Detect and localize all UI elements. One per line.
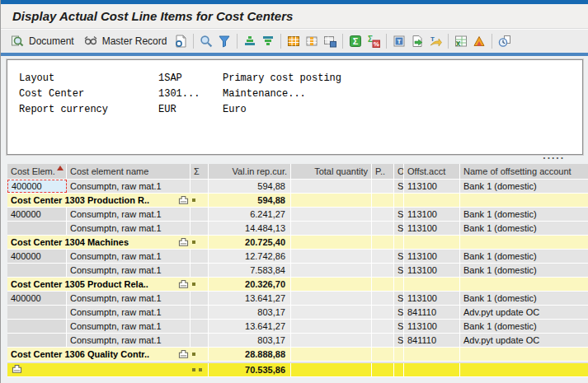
master-record-button[interactable]: Master Record [79,32,172,50]
cost-element-cell[interactable] [7,264,67,277]
collapse-node-icon[interactable] [178,349,189,359]
offsetting-account-cell[interactable]: 113100 [404,264,460,277]
grand-total-label-cell[interactable] [7,363,209,376]
sort-descending-icon[interactable] [261,34,275,49]
cost-element-name-cell[interactable]: Consumptn, raw mat.1 [67,334,191,347]
offsetting-account-cell[interactable]: 113100 [404,320,460,333]
column-header-2[interactable]: Cost element name [67,164,191,179]
grand-total-value-cell[interactable]: 70.535,86 [209,363,291,376]
offsetting-account-name-cell[interactable]: Bank 1 (domestic) [460,292,588,305]
cost-element-name-cell[interactable]: Consumptn, raw mat.1 [67,250,191,263]
table-row[interactable]: 400000Consumptn, raw mat.1594,88S113100B… [7,180,588,194]
debit-credit-indicator-cell[interactable]: S [394,222,404,235]
send-mail-icon[interactable]: T [428,34,443,49]
cost-element-cell[interactable]: 400000 [7,208,67,221]
collapse-node-icon[interactable] [178,237,189,247]
debit-credit-indicator-cell[interactable]: S [394,250,404,263]
subtotal-label-cell[interactable]: Cost Center 1304 Machines [7,236,209,249]
offsetting-account-name-cell[interactable]: Bank 1 (domestic) [460,250,588,263]
cost-element-cell[interactable] [7,334,67,347]
debit-credit-indicator-cell[interactable]: S [394,306,404,319]
offsetting-account-cell[interactable]: 841110 [404,334,460,347]
value-in-report-currency-cell[interactable]: 13.641,27 [209,292,291,305]
graphic-icon[interactable] [497,34,512,49]
cost-element-name-cell[interactable]: Consumptn, raw mat.1 [67,292,191,305]
value-in-report-currency-cell[interactable]: 594,88 [209,180,291,193]
save-layout-icon[interactable] [322,34,337,49]
cost-element-cell[interactable] [7,320,67,333]
table-row[interactable]: Consumptn, raw mat.17.583,84S113100Bank … [7,264,588,278]
column-header-6[interactable]: P.. [372,164,394,179]
collapse-node-icon[interactable] [178,195,189,205]
debit-credit-indicator-cell[interactable]: S [394,292,404,305]
cost-element-cell[interactable]: 400000 [7,250,67,263]
table-row[interactable]: Consumptn, raw mat.1803,17S841110Adv.pyt… [7,334,588,348]
filter-icon[interactable] [217,34,232,49]
subtotal-label-cell[interactable]: Cost Center 1305 Product Rela.. [7,278,209,291]
cost-element-name-cell[interactable]: Consumptn, raw mat.1 [67,208,191,221]
column-header-7[interactable]: O [394,164,404,179]
cost-element-name-cell[interactable]: Consumptn, raw mat.1 [67,180,191,193]
cost-element-name-cell[interactable]: Consumptn, raw mat.1 [67,306,191,319]
column-header-1[interactable]: Cost Elem. [7,164,67,179]
value-in-report-currency-cell[interactable]: 14.484,13 [209,222,291,235]
value-in-report-currency-cell[interactable]: 6.241,27 [209,208,291,221]
debit-credit-indicator-cell[interactable]: S [394,320,404,333]
collapse-node-icon[interactable] [12,364,22,374]
debit-credit-indicator-cell[interactable]: S [394,334,404,347]
cost-element-name-cell[interactable]: Consumptn, raw mat.1 [67,320,191,333]
table-row[interactable]: 400000Consumptn, raw mat.16.241,27S11310… [7,208,588,222]
local-file-icon[interactable] [410,34,425,49]
choose-layout-icon[interactable] [286,34,301,49]
find-icon[interactable] [199,34,214,49]
offsetting-account-name-cell[interactable]: Bank 1 (domestic) [460,264,588,277]
cost-element-cell[interactable]: 400000 [7,180,67,193]
offsetting-account-cell[interactable]: 113100 [404,208,460,221]
value-in-report-currency-cell[interactable]: 7.583,84 [209,264,291,277]
offsetting-account-cell[interactable]: 841110 [404,306,460,319]
subtotal-row[interactable]: Cost Center 1305 Product Rela..20.326,70 [7,278,588,292]
cost-element-cell[interactable] [7,222,67,235]
change-layout-icon[interactable] [304,34,319,49]
abc-analysis-icon[interactable] [472,34,487,49]
table-row[interactable]: 400000Consumptn, raw mat.112.742,86S1131… [7,250,588,264]
display-document-icon[interactable] [173,34,188,49]
debit-credit-indicator-cell[interactable]: S [394,208,404,221]
column-header-5[interactable]: Total quantity [291,164,372,179]
table-row[interactable]: Consumptn, raw mat.114.484,13S113100Bank… [7,222,588,236]
subtotal-row[interactable]: Cost Center 1303 Production R..594,88 [7,194,588,208]
value-in-report-currency-cell[interactable]: 803,17 [209,334,291,347]
offsetting-account-cell[interactable]: 113100 [404,250,460,263]
subtotal-value-cell[interactable]: 594,88 [209,194,291,207]
offsetting-account-name-cell[interactable]: Adv.pyt update OC [460,334,588,347]
document-button[interactable]: Document [6,32,79,50]
value-in-report-currency-cell[interactable]: 13.641,27 [209,320,291,333]
offsetting-account-name-cell[interactable]: Bank 1 (domestic) [460,208,588,221]
column-header-3[interactable]: Σ [191,164,209,179]
offsetting-account-cell[interactable]: 113100 [404,180,460,193]
offsetting-account-name-cell[interactable]: Adv.pyt update OC [460,306,588,319]
subtotal-value-cell[interactable]: 20.725,40 [209,236,291,249]
subtotal-value-cell[interactable]: 28.888,88 [209,348,291,361]
subtotal-row[interactable]: Cost Center 1304 Machines20.725,40 [7,236,588,250]
debit-credit-indicator-cell[interactable]: S [394,180,404,193]
table-row[interactable]: Consumptn, raw mat.113.641,27S113100Bank… [7,320,588,334]
value-in-report-currency-cell[interactable]: 12.742,86 [209,250,291,263]
debit-credit-indicator-cell[interactable]: S [394,264,404,277]
offsetting-account-cell[interactable]: 113100 [404,292,460,305]
grand-total-row[interactable]: 70.535,86 [7,363,588,377]
cost-element-cell[interactable] [7,306,67,319]
offsetting-account-name-cell[interactable]: Bank 1 (domestic) [460,180,588,193]
offsetting-account-name-cell[interactable]: Bank 1 (domestic) [460,222,588,235]
collapse-node-icon[interactable] [178,279,189,289]
cost-element-cell[interactable]: 400000 [7,292,67,305]
table-row[interactable]: Consumptn, raw mat.1803,17S841110Adv.pyt… [7,306,588,320]
sort-ascending-icon[interactable] [242,34,257,49]
subtotal-row[interactable]: Cost Center 1306 Quality Contr..28.888,8… [7,348,588,362]
column-header-4[interactable]: Val.in rep.cur. [209,164,291,179]
offsetting-account-cell[interactable]: 113100 [404,222,460,235]
panel-splitter-handle[interactable]: ..... [543,151,565,161]
sum-icon[interactable]: Σ [348,34,363,49]
subtotal-label-cell[interactable]: Cost Center 1306 Quality Contr.. [7,348,209,361]
subtotal-label-cell[interactable]: Cost Center 1303 Production R.. [7,194,209,207]
